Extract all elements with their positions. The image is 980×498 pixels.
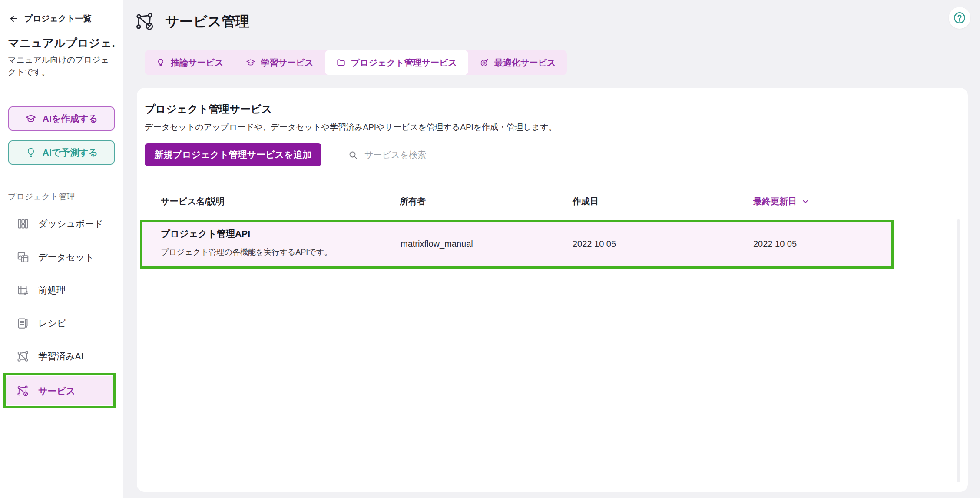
service-name: プロジェクト管理API <box>161 228 250 240</box>
tab-label: 最適化サービス <box>494 57 556 69</box>
service-type-tabbar: 推論サービス 学習サービス プロジェクト管理サービス 最適化サービス <box>145 50 567 75</box>
target-icon <box>480 58 489 67</box>
column-header-owner: 所有者 <box>400 196 426 207</box>
app-root: プロジェクト一覧 マニュアルプロジェ... マニュアル向けのプロジェクトです。 … <box>0 0 980 498</box>
sidebar-item-trained-ai[interactable]: 学習済みAI <box>17 343 83 369</box>
recipe-icon <box>17 317 30 330</box>
question-circle-icon <box>952 10 967 25</box>
service-network-icon <box>135 11 156 32</box>
graduation-cap-icon <box>246 58 255 67</box>
back-arrow-icon <box>9 13 19 24</box>
search-icon <box>348 150 358 160</box>
trained-ai-icon <box>17 350 30 363</box>
sidebar-item-recipe[interactable]: レシピ <box>17 310 66 336</box>
card-description: データセットのアップロードや、データセットや学習済みAPIやサービスを管理するA… <box>145 122 557 133</box>
tab-label: プロジェクト管理サービス <box>351 57 457 69</box>
predict-ai-label: AIで予測する <box>43 146 98 159</box>
sidebar-item-label: サービス <box>38 385 75 397</box>
project-title: マニュアルプロジェ... <box>8 36 116 51</box>
lightbulb-icon <box>25 147 36 158</box>
tab-label: 推論サービス <box>171 57 223 69</box>
table-top-divider <box>145 182 954 182</box>
sidebar-item-preprocess[interactable]: 前処理 <box>17 277 66 303</box>
service-search-field[interactable] <box>346 145 500 165</box>
service-description: プロジェクト管理の各機能を実行するAPIです。 <box>161 247 332 257</box>
predict-ai-button[interactable]: AIで予測する <box>8 140 115 165</box>
search-input[interactable] <box>364 150 500 160</box>
table-row-project-management-api[interactable]: プロジェクト管理API プロジェクト管理の各機能を実行するAPIです。 matr… <box>142 222 891 266</box>
sidebar-divider <box>8 176 115 176</box>
sidebar-item-dashboard[interactable]: ダッシュボード <box>17 211 103 237</box>
page-title: サービス管理 <box>165 12 249 31</box>
column-header-updated-sort[interactable]: 最終更新日 <box>753 196 810 207</box>
sidebar-item-label: データセット <box>38 251 94 263</box>
tab-label: 学習サービス <box>261 57 313 69</box>
help-button[interactable] <box>949 7 970 29</box>
table-vertical-scrollbar[interactable] <box>957 219 960 482</box>
service-updated-date: 2022 10 05 <box>753 239 797 249</box>
create-ai-button[interactable]: AIを作成する <box>8 106 115 131</box>
service-created-date: 2022 10 05 <box>573 239 616 249</box>
lightbulb-icon <box>156 58 166 67</box>
tab-inference-service[interactable]: 推論サービス <box>145 50 235 75</box>
preprocess-icon <box>17 284 30 297</box>
sidebar-item-dataset[interactable]: データセット <box>17 244 94 270</box>
service-icon <box>17 385 30 398</box>
back-to-projects-link[interactable]: プロジェクト一覧 <box>9 13 92 24</box>
service-owner: matrixflow_manual <box>401 239 473 249</box>
project-description: マニュアル向けのプロジェクトです。 <box>8 54 115 78</box>
chevron-down-icon <box>801 197 810 206</box>
sidebar-item-label: 学習済みAI <box>38 350 83 362</box>
column-header-label: 最終更新日 <box>753 196 797 207</box>
sidebar-item-label: ダッシュボード <box>38 218 103 230</box>
sidebar-section-label: プロジェクト管理 <box>8 191 75 203</box>
sidebar-item-label: 前処理 <box>38 284 66 296</box>
tab-training-service[interactable]: 学習サービス <box>235 50 324 75</box>
column-header-created: 作成日 <box>573 196 599 207</box>
dataset-icon <box>17 251 30 264</box>
back-link-label: プロジェクト一覧 <box>24 13 92 24</box>
card-heading: プロジェクト管理サービス <box>145 102 272 116</box>
add-service-button[interactable]: 新規プロジェクト管理サービスを追加 <box>145 143 321 166</box>
page-header: サービス管理 <box>135 11 249 32</box>
column-header-service-name: サービス名/説明 <box>161 196 225 207</box>
tab-optimization-service[interactable]: 最適化サービス <box>468 50 567 75</box>
create-ai-label: AIを作成する <box>43 113 98 125</box>
dashboard-icon <box>17 217 30 230</box>
graduation-cap-icon <box>25 113 36 124</box>
tab-project-management-service[interactable]: プロジェクト管理サービス <box>325 50 468 75</box>
sidebar-item-label: レシピ <box>38 317 66 329</box>
sidebar: プロジェクト一覧 マニュアルプロジェ... マニュアル向けのプロジェクトです。 … <box>0 0 123 498</box>
folder-icon <box>336 58 346 67</box>
sidebar-item-services[interactable]: サービス <box>17 378 75 404</box>
